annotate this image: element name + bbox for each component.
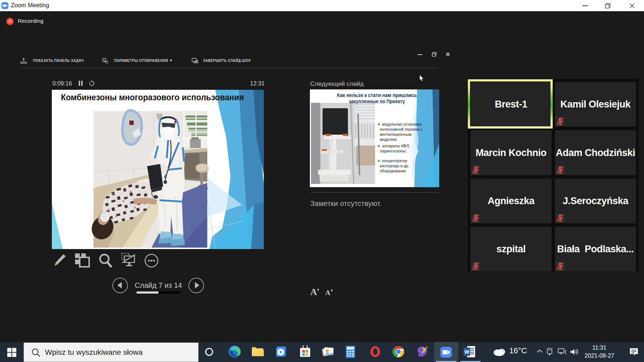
svg-text:вентиляционным: вентиляционным: [380, 132, 412, 136]
svg-text:модульная установка: модульная установка: [382, 122, 422, 126]
svg-text:Как нельзя к стати нам пришлис: Как нельзя к стати нам пришлись: [337, 92, 417, 98]
svg-text:концентратор: концентратор: [382, 159, 407, 163]
svg-text:ларингоскопы;: ларингоскопы;: [380, 149, 407, 153]
svg-text:W: W: [464, 349, 469, 355]
svg-text:аппараты ИВЛ,: аппараты ИВЛ,: [382, 144, 410, 148]
svg-text:модулем;: модулем;: [380, 137, 397, 142]
svg-text:кислорода и др.: кислорода и др.: [380, 164, 410, 168]
svg-text:интенсивной терапии с: интенсивной терапии с: [380, 127, 423, 131]
svg-text:Комбинезоны многоразового испо: Комбинезоны многоразового использования: [61, 93, 244, 102]
svg-text:закупленные по Проекту: закупленные по Проекту: [349, 98, 405, 104]
svg-text:оборудование: оборудование: [380, 169, 406, 173]
